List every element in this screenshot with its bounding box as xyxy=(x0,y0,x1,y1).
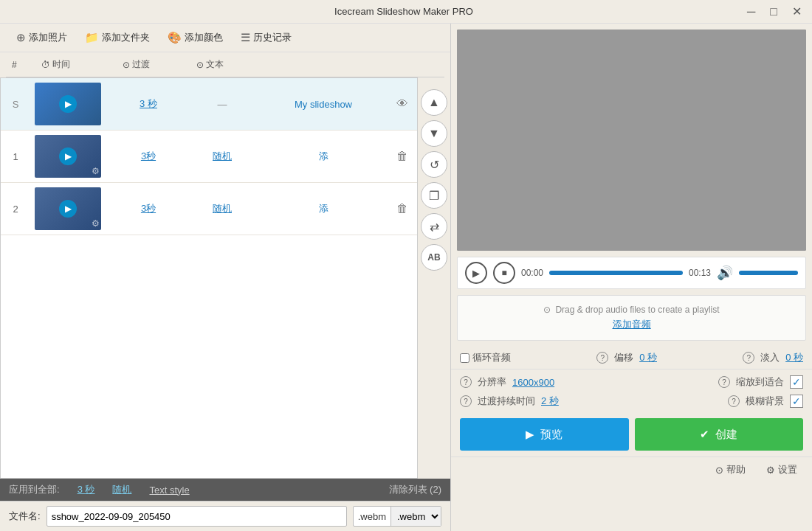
filename-bar: 文件名: .webm .webm .mp4 xyxy=(0,501,450,531)
fit-checkmark: ✓ xyxy=(792,376,801,388)
apply-transition-link[interactable]: 随机 xyxy=(112,483,131,496)
resolution-label: 分辨率 xyxy=(478,375,506,389)
audio-area: ⊙ Drag & drop audio files to create a pl… xyxy=(457,295,806,341)
time-total: 00:13 xyxy=(689,268,711,278)
apply-time-link[interactable]: 3 秒 xyxy=(78,483,95,496)
video-bg xyxy=(457,30,806,251)
settings-row-3: ? 过渡持续时间 2 秒 ? 模糊背景 ✓ xyxy=(451,393,812,412)
copy-button[interactable]: ❐ xyxy=(421,182,447,209)
stop-button[interactable]: ■ xyxy=(493,262,515,284)
offset-label: 偏移 xyxy=(614,351,633,364)
loop-audio-checkbox[interactable] xyxy=(460,353,469,363)
transition-dur-value[interactable]: 2 秒 xyxy=(541,395,559,408)
ext-dropdown[interactable]: .webm .mp4 xyxy=(390,507,441,526)
create-button[interactable]: ✔ 创建 xyxy=(635,418,804,451)
slide-time-2[interactable]: 3秒 xyxy=(111,202,185,215)
help-button[interactable]: ⊙ 帮助 xyxy=(709,460,751,479)
thumb-play-icon-1: ▶ xyxy=(59,148,77,165)
move-down-button[interactable]: ▼ xyxy=(421,120,447,147)
col-spacer xyxy=(264,55,415,74)
text-style-link[interactable]: Text style xyxy=(149,485,189,496)
slide-time-1[interactable]: 3秒 xyxy=(111,150,185,163)
col-action xyxy=(415,55,444,74)
col-num: # xyxy=(6,55,35,74)
slide-text-s[interactable]: My slideshow xyxy=(259,99,388,110)
main-content: ⊕ 添加照片 📁 添加文件夹 🎨 添加颜色 ☰ 历史记录 # ⏱ xyxy=(0,24,812,531)
folder-icon: 📁 xyxy=(85,31,99,44)
slide-transition-s: — xyxy=(185,99,259,110)
progress-bar[interactable] xyxy=(549,271,683,275)
footer: ⊙ 帮助 ⚙ 设置 xyxy=(451,457,812,482)
add-folder-button[interactable]: 📁 添加文件夹 xyxy=(78,28,157,47)
clock-icon: ⏱ xyxy=(41,60,50,70)
slide-transition-2[interactable]: 随机 xyxy=(185,202,259,215)
volume-icon[interactable]: 🔊 xyxy=(717,265,733,281)
volume-bar[interactable] xyxy=(739,271,798,275)
trash-icon-1[interactable]: 🗑 xyxy=(396,150,408,163)
video-preview xyxy=(457,30,806,251)
add-photo-button[interactable]: ⊕ 添加照片 xyxy=(9,28,75,47)
blur-help-icon: ? xyxy=(728,395,740,407)
close-button[interactable]: ✕ xyxy=(788,3,806,20)
rotate-button[interactable]: ↺ xyxy=(421,151,447,178)
title-bar: Icecream Slideshow Maker PRO ─ □ ✕ xyxy=(0,0,812,24)
slide-action-1: 🗑 xyxy=(388,150,417,163)
slide-time-s[interactable]: 3 秒 xyxy=(111,97,185,111)
list-wrapper: S ▶ 3 秒 — My slideshow 👁 1 xyxy=(0,77,450,479)
thumb-gear-icon-1: ⚙ xyxy=(92,166,100,176)
slide-rows-container: S ▶ 3 秒 — My slideshow 👁 1 xyxy=(0,77,418,479)
maximize-button[interactable]: □ xyxy=(765,3,782,20)
col-transition: ⊙ 过渡 xyxy=(117,55,190,74)
thumb-gear-icon-2: ⚙ xyxy=(92,218,100,229)
slide-thumb-wrapper-1: ▶ ⚙ xyxy=(30,131,111,182)
preview-button[interactable]: ▶ 预览 xyxy=(460,418,629,451)
help-icon: ⊙ xyxy=(715,465,723,476)
slide-text-2[interactable]: 添 xyxy=(259,202,388,215)
slide-text-1[interactable]: 添 xyxy=(259,150,388,163)
slide-num-2: 2 xyxy=(1,204,30,215)
filename-label: 文件名: xyxy=(9,510,41,523)
transition-dur-help-icon: ? xyxy=(460,395,472,407)
minimize-button[interactable]: ─ xyxy=(743,3,760,20)
history-icon: ☰ xyxy=(241,31,250,44)
filename-input[interactable] xyxy=(47,506,347,527)
offset-value[interactable]: 0 秒 xyxy=(639,351,657,364)
slide-thumb-2: ▶ ⚙ xyxy=(35,187,101,230)
resolution-value[interactable]: 1600x900 xyxy=(512,377,554,388)
slide-num-1: 1 xyxy=(1,151,30,162)
ab-button[interactable]: AB xyxy=(421,244,447,271)
fit-help-icon: ? xyxy=(718,376,730,388)
slide-thumb-wrapper-s: ▶ xyxy=(30,78,111,130)
toolbar: ⊕ 添加照片 📁 添加文件夹 🎨 添加颜色 ☰ 历史记录 xyxy=(0,24,450,52)
add-audio-link[interactable]: 添加音频 xyxy=(467,318,796,331)
clear-list-button[interactable]: 清除列表 (2) xyxy=(389,483,442,496)
slide-transition-1[interactable]: 随机 xyxy=(185,150,259,163)
fadein-help-icon: ? xyxy=(743,352,754,364)
blur-label: 模糊背景 xyxy=(746,395,784,408)
col-time: ⏱ 时间 xyxy=(35,55,117,74)
add-color-button[interactable]: 🎨 添加颜色 xyxy=(160,28,230,47)
settings-button[interactable]: ⚙ 设置 xyxy=(760,460,803,479)
action-buttons: ▲ ▼ ↺ ❐ ⇄ AB xyxy=(418,77,450,479)
eye-icon-s[interactable]: 👁 xyxy=(396,97,408,111)
settings-row-1: 循环音频 ? 偏移 0 秒 ? 淡入 0 秒 xyxy=(451,347,812,369)
text-icon: ⊙ xyxy=(196,60,204,70)
fadein-value[interactable]: 0 秒 xyxy=(785,351,803,364)
add-photo-icon: ⊕ xyxy=(16,31,26,44)
swap-button[interactable]: ⇄ xyxy=(421,213,447,240)
left-panel: ⊕ 添加照片 📁 添加文件夹 🎨 添加颜色 ☰ 历史记录 # ⏱ xyxy=(0,24,450,531)
slide-action-s: 👁 xyxy=(388,97,417,111)
blur-checkbox-box: ✓ xyxy=(790,395,803,408)
thumb-play-icon-2: ▶ xyxy=(59,200,77,218)
slide-thumb-wrapper-2: ▶ ⚙ xyxy=(30,183,111,235)
offset-help-icon: ? xyxy=(596,352,608,364)
resolution-help-icon: ? xyxy=(460,376,472,388)
add-color-label: 添加颜色 xyxy=(185,31,223,44)
fadein-label: 淡入 xyxy=(760,351,780,364)
trash-icon-2[interactable]: 🗑 xyxy=(396,202,408,215)
play-button[interactable]: ▶ xyxy=(465,262,487,284)
move-up-button[interactable]: ▲ xyxy=(421,89,447,116)
history-button[interactable]: ☰ 历史记录 xyxy=(233,28,299,47)
audio-drop-text: ⊙ Drag & drop audio files to create a pl… xyxy=(467,305,796,315)
col-text: ⊙ 文本 xyxy=(190,55,264,74)
